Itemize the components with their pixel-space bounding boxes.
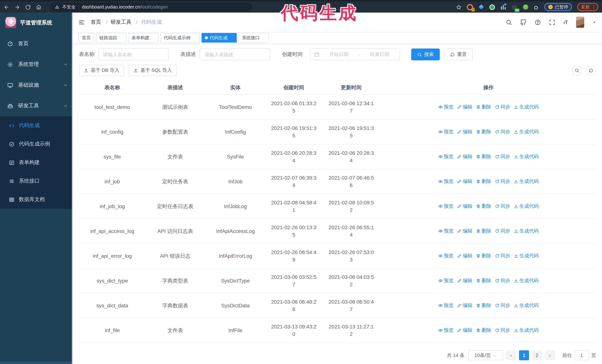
- reset-button[interactable]: 重置: [444, 49, 473, 60]
- edit-link[interactable]: 编辑: [457, 153, 472, 160]
- hamburger-icon[interactable]: [78, 19, 85, 25]
- page-number-button[interactable]: 1: [519, 350, 529, 360]
- preview-link[interactable]: 预览: [438, 252, 453, 260]
- sidebar-subitem-0[interactable]: 代码生成: [0, 116, 73, 135]
- generate-code-link[interactable]: 生成代码: [514, 277, 539, 284]
- extension-bars-icon[interactable]: [500, 4, 506, 10]
- edit-link[interactable]: 编辑: [457, 277, 472, 284]
- close-icon[interactable]: [192, 36, 196, 40]
- browser-menu-dots-icon[interactable]: [592, 5, 596, 9]
- sync-link[interactable]: 同步: [495, 153, 510, 160]
- preview-link[interactable]: 预览: [438, 153, 453, 160]
- update-button[interactable]: 更新: [577, 3, 598, 11]
- edit-link[interactable]: 编辑: [457, 177, 472, 185]
- refresh-table-button[interactable]: [586, 65, 596, 75]
- sync-link[interactable]: 同步: [495, 227, 510, 235]
- generate-code-link[interactable]: 生成代码: [514, 153, 539, 160]
- sidebar-item-3[interactable]: 研发工具: [0, 95, 73, 116]
- sidebar-item-2[interactable]: 基础设施: [0, 75, 73, 95]
- toggle-search-button[interactable]: [572, 65, 582, 75]
- page-number-button[interactable]: 2: [532, 350, 542, 360]
- sync-link[interactable]: 同步: [495, 277, 510, 284]
- tab[interactable]: 系统接口: [239, 33, 269, 42]
- generate-code-link[interactable]: 生成代码: [514, 177, 539, 185]
- tab[interactable]: 代码生成示例: [161, 33, 200, 42]
- extension-dark-icon[interactable]: on: [511, 4, 517, 10]
- extensions-puzzle-icon[interactable]: [533, 4, 539, 10]
- sync-link[interactable]: 同步: [495, 128, 510, 135]
- sync-link[interactable]: 同步: [495, 302, 510, 309]
- import-db-button[interactable]: 基于 DB 导入: [79, 65, 124, 76]
- goto-page-input[interactable]: [574, 350, 589, 360]
- address-bar[interactable]: 不安全 dashboard.yudao.iocoder.cn/tool/code…: [50, 3, 252, 11]
- home-icon[interactable]: [36, 4, 42, 10]
- bookmark-star-icon[interactable]: [456, 4, 462, 10]
- next-page-button[interactable]: ›: [545, 350, 555, 360]
- sidebar-subitem-1[interactable]: 代码生成示例: [0, 135, 73, 153]
- help-icon[interactable]: [535, 19, 541, 25]
- search-icon[interactable]: [506, 19, 512, 25]
- breadcrumb-item[interactable]: 代码生成: [141, 19, 162, 25]
- edit-link[interactable]: 编辑: [457, 326, 472, 334]
- sidebar-subitem-3[interactable]: 系统接口: [0, 172, 73, 190]
- sidebar-subitem-4[interactable]: 数据库文档: [0, 190, 73, 209]
- sync-link[interactable]: 同步: [495, 326, 510, 334]
- sync-link[interactable]: 同步: [495, 202, 510, 210]
- table-desc-input[interactable]: [200, 49, 270, 60]
- edit-link[interactable]: 编辑: [457, 103, 472, 111]
- edit-link[interactable]: 编辑: [457, 227, 472, 235]
- preview-link[interactable]: 预览: [438, 302, 453, 309]
- preview-link[interactable]: 预览: [438, 128, 453, 135]
- forward-icon[interactable]: [14, 4, 20, 10]
- fullscreen-icon[interactable]: [549, 19, 555, 25]
- generate-code-link[interactable]: 生成代码: [514, 202, 539, 210]
- sidebar-logo[interactable]: 芋道管理系统: [0, 13, 73, 32]
- table-name-input[interactable]: [98, 49, 169, 60]
- tab[interactable]: 代码生成: [202, 33, 237, 42]
- search-button[interactable]: 搜索: [411, 49, 440, 60]
- tab[interactable]: 首页: [78, 33, 94, 42]
- close-icon[interactable]: [119, 36, 123, 40]
- delete-link[interactable]: 删除: [476, 177, 491, 185]
- tab[interactable]: 链路追踪: [96, 33, 126, 42]
- delete-link[interactable]: 删除: [476, 103, 491, 111]
- sync-link[interactable]: 同步: [495, 252, 510, 260]
- preview-link[interactable]: 预览: [438, 277, 453, 284]
- sidebar-item-0[interactable]: 首页: [0, 33, 73, 54]
- close-icon[interactable]: [262, 36, 266, 40]
- back-icon[interactable]: [4, 4, 9, 10]
- tab[interactable]: 表单构建: [128, 33, 159, 42]
- delete-link[interactable]: 删除: [476, 302, 491, 309]
- generate-code-link[interactable]: 生成代码: [514, 252, 539, 260]
- extension-alien-icon[interactable]: [522, 4, 529, 10]
- delete-link[interactable]: 删除: [476, 277, 491, 284]
- close-icon[interactable]: [229, 36, 233, 40]
- sidebar-item-1[interactable]: 系统管理: [0, 54, 73, 75]
- prev-page-button[interactable]: ‹: [506, 350, 516, 360]
- edit-link[interactable]: 编辑: [457, 202, 472, 210]
- user-avatar[interactable]: [576, 17, 584, 28]
- preview-link[interactable]: 预览: [438, 326, 453, 334]
- paused-badge[interactable]: 已暂停: [544, 3, 572, 11]
- sidebar-subitem-2[interactable]: 表单构建: [0, 153, 73, 172]
- breadcrumb-item[interactable]: 首页: [91, 19, 101, 25]
- import-sql-button[interactable]: 基于 SQL 导入: [129, 65, 177, 76]
- preview-link[interactable]: 预览: [438, 103, 453, 111]
- generate-code-link[interactable]: 生成代码: [514, 103, 539, 111]
- reload-icon[interactable]: [25, 4, 31, 10]
- extension-green-icon[interactable]: [489, 4, 495, 10]
- generate-code-link[interactable]: 生成代码: [514, 302, 539, 309]
- edit-link[interactable]: 编辑: [457, 302, 472, 309]
- breadcrumb-item[interactable]: 研发工具: [111, 19, 131, 25]
- page-size-select[interactable]: 10条/页: [468, 350, 503, 360]
- github-icon[interactable]: [520, 19, 527, 25]
- generate-code-link[interactable]: 生成代码: [514, 227, 539, 235]
- delete-link[interactable]: 删除: [476, 128, 491, 135]
- date-range-picker[interactable]: 开始日期 - 结束日期: [310, 49, 400, 60]
- delete-link[interactable]: 删除: [476, 252, 491, 260]
- preview-link[interactable]: 预览: [438, 177, 453, 185]
- sync-link[interactable]: 同步: [495, 103, 510, 111]
- sync-link[interactable]: 同步: [495, 177, 510, 185]
- font-size-icon[interactable]: tT: [563, 19, 568, 25]
- avatar-caret-icon[interactable]: [592, 20, 596, 24]
